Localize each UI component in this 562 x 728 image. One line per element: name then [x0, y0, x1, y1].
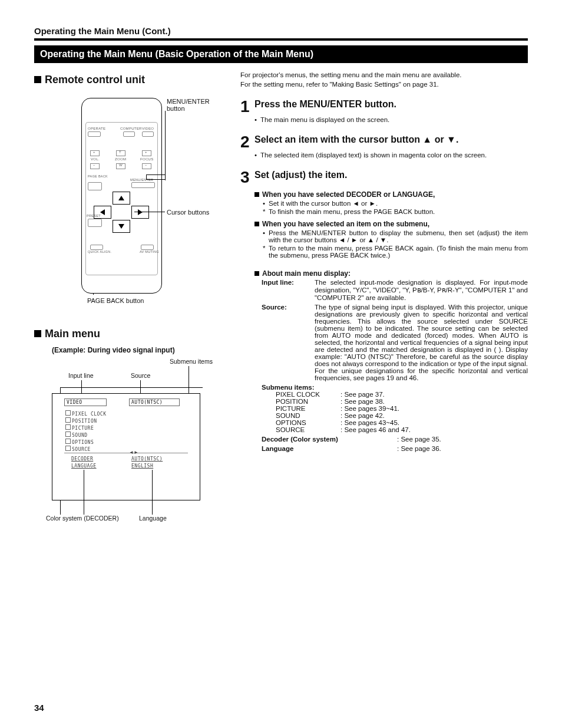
submenu-items-label: Submenu items: — [262, 384, 528, 391]
step-3: 3 Set (adjust) the item. When you have s… — [240, 169, 528, 259]
av-muting-label: AV MUTING — [140, 251, 159, 254]
label-color-system: Color system (DECODER) — [46, 515, 119, 522]
page-back-label: PAGE BACK — [88, 175, 108, 179]
decoder-label: Decoder (Color system) — [262, 436, 397, 443]
step-1: 1 Press the MENU/ENTER button. The main … — [240, 98, 528, 123]
main-menu-diagram: Submenu items Input line Source VIDEO AU… — [34, 358, 217, 535]
video-label: VIDEO — [142, 127, 154, 130]
source-label: Source: — [254, 304, 315, 381]
step-3-sub2-star: To return to the main menu, press PAGE B… — [263, 245, 528, 259]
remote-control-heading: Remote control unit — [34, 74, 229, 86]
step-1-bullet: The main menu is displayed on the screen… — [254, 116, 528, 123]
menu-decoder-value: AUTO(NTSC) — [131, 456, 163, 462]
callout-pageback: PAGE BACK button — [87, 297, 144, 304]
step-1-title: Press the MENU/ENTER button. — [254, 98, 528, 110]
step-3-sub2-heading: When you have selected an item on the su… — [262, 220, 429, 228]
input-line-label: Input line: — [254, 279, 315, 301]
callout-menu-enter: MENU/ENTER button — [167, 98, 214, 112]
step-3-sub1-star: To finish the main menu, press the PAGE … — [263, 208, 528, 215]
label-source: Source — [131, 372, 150, 379]
square-bullet-icon — [34, 330, 41, 337]
step-3-title: Set (adjust) the item. — [254, 169, 528, 180]
label-language: Language — [139, 515, 167, 522]
step-2-bullet: The selected item (displayed text) is sh… — [254, 151, 528, 159]
menu-decoder-label: DECODER — [71, 456, 93, 462]
step-number-2: 2 — [240, 134, 254, 150]
source-text: The type of signal being input is displa… — [315, 304, 528, 381]
heading-text: Main menu — [45, 328, 100, 340]
step-number-3: 3 — [240, 169, 254, 186]
menu-enter-label: MENU/ENTER — [130, 178, 153, 182]
step-3-sub1-heading: When you have selected DECODER or LANGUA… — [262, 190, 435, 199]
intro-text: For projector's menus, the setting menu … — [240, 71, 528, 88]
menu-language-label: LANGUAGE — [71, 463, 97, 469]
step-3-sub1-bullet: Set it with the cursor button ◄ or ►. — [263, 200, 528, 207]
square-bullet-icon — [34, 76, 41, 83]
preset-label: PRESET — [87, 214, 101, 218]
focus-label: FOCUS — [140, 157, 154, 161]
quick-align-label: QUICK ALIGN. — [88, 251, 111, 254]
main-menu-example: (Example: During video signal input) — [52, 346, 229, 354]
computer-label: COMPUTER — [120, 127, 142, 130]
page-header: Operating the Main Menu (Cont.) — [34, 26, 528, 41]
operate-label: OPERATE — [88, 127, 105, 130]
label-submenu-items: Submenu items — [170, 358, 213, 365]
zoom-label: ZOOM — [115, 157, 126, 161]
callout-cursor: Cursor buttons — [167, 209, 209, 216]
page-number: 34 — [34, 703, 44, 713]
menu-video-cell: VIDEO — [64, 398, 107, 406]
language-value: : See page 36. — [397, 445, 441, 452]
about-heading: About main menu display: — [262, 269, 351, 278]
step-number-1: 1 — [240, 98, 254, 115]
step-3-sub2-bullet: Press the MENU/ENTER button to display t… — [263, 229, 528, 243]
vol-label: VOL. — [91, 157, 100, 161]
step-2-title: Select an item with the cursor button ▲ … — [254, 134, 528, 145]
section-title-bar: Operating the Main Menu (Basic Operation… — [34, 45, 528, 63]
about-main-menu-display: About main menu display: Input line: The… — [240, 269, 528, 452]
main-menu-heading: Main menu — [34, 328, 229, 340]
cursor-down-icon — [113, 220, 130, 233]
decoder-value: : See page 35. — [397, 436, 441, 443]
cursor-up-icon — [113, 192, 130, 205]
submenu-items-list: PIXEL CLOCK: See page 37. POSITION: See … — [276, 391, 528, 433]
language-label: Language — [262, 445, 397, 452]
step-2: 2 Select an item with the cursor button … — [240, 134, 528, 159]
menu-auto-ntsc-cell: AUTO(NTSC) — [129, 398, 180, 406]
input-line-text: The selected input-mode designation is d… — [315, 279, 528, 301]
remote-diagram: OPERATE COMPUTER VIDEO + VOL. − T ZOOM W… — [34, 92, 217, 304]
heading-text: Remote control unit — [45, 74, 145, 85]
cursor-right-icon — [131, 206, 149, 219]
label-input-line: Input line — [68, 372, 94, 379]
menu-language-value: ENGLISH — [131, 463, 153, 469]
